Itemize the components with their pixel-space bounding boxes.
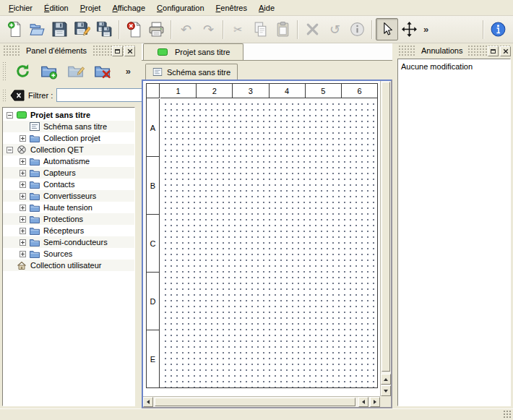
workspace-area: Projet sans titre Schéma sans titre 1 2 … — [137, 43, 395, 408]
undo-panel-float-button[interactable] — [488, 46, 499, 56]
cut-button[interactable]: ✂ — [227, 18, 249, 40]
copy-button[interactable] — [249, 18, 272, 40]
undo-panel-header[interactable]: Annulations — [397, 46, 511, 56]
move-tool-button[interactable] — [398, 18, 421, 40]
delete-element-button[interactable] — [92, 60, 113, 82]
horizontal-scrollbar-thumb[interactable] — [155, 398, 355, 406]
print-button[interactable] — [145, 18, 168, 40]
save-all-button[interactable] — [93, 18, 116, 40]
info-button[interactable] — [346, 18, 368, 40]
scroll-left-button[interactable] — [358, 397, 368, 407]
new-document-button[interactable] — [4, 18, 26, 40]
scroll-down-button[interactable] — [381, 385, 391, 396]
select-tool-button[interactable] — [376, 18, 398, 40]
menu-aide[interactable]: Aide — [253, 1, 280, 14]
tree-item-projet-sans-titre[interactable]: Projet sans titre — [3, 109, 134, 121]
undo-button[interactable]: ↶ — [175, 18, 197, 40]
toolbar-drag-handle[interactable] — [2, 61, 6, 80]
diagram-canvas[interactable]: 1 2 3 4 5 6 A B C D E — [143, 81, 380, 396]
folder-icon — [30, 238, 40, 247]
delete-button[interactable] — [301, 18, 324, 40]
expand-expander-icon[interactable] — [20, 251, 26, 257]
expand-expander-icon[interactable] — [20, 158, 26, 165]
expand-expander-icon[interactable] — [20, 216, 26, 223]
tree-item-contacts[interactable]: Contacts — [3, 179, 134, 190]
undo-list-item[interactable]: Aucune modification — [398, 60, 510, 72]
clear-filter-button[interactable] — [10, 90, 25, 101]
tree-spacer — [20, 124, 26, 130]
redo-button[interactable]: ↷ — [197, 18, 220, 40]
arrow-left-icon — [362, 400, 365, 404]
vertical-scrollbar[interactable] — [380, 81, 391, 396]
project-icon — [17, 111, 27, 119]
menu-projet[interactable]: Projet — [74, 1, 107, 14]
expand-expander-icon[interactable] — [20, 228, 26, 234]
menu-fenetres[interactable]: Fenêtres — [210, 1, 253, 14]
scroll-left-button[interactable] — [143, 397, 153, 407]
close-file-button[interactable] — [123, 18, 145, 40]
folder-icon — [30, 134, 40, 142]
clear-filter-icon — [10, 90, 25, 101]
expand-expander-icon[interactable] — [20, 170, 26, 176]
tree-item-haute-tension[interactable]: Haute tension — [3, 202, 134, 213]
tree-item-collection-projet[interactable]: Collection projet — [3, 132, 134, 144]
tree-item-capteurs[interactable]: Capteurs — [3, 167, 134, 179]
undo-panel-close-button[interactable] — [500, 46, 511, 56]
menu-configuration[interactable]: Configuration — [151, 1, 210, 14]
save-as-button[interactable] — [71, 18, 93, 40]
elements-tree: Projet sans titre Schéma sans titre Coll… — [2, 107, 135, 406]
expand-expander-icon[interactable] — [20, 239, 26, 246]
expand-expander-icon[interactable] — [20, 193, 26, 200]
paste-button[interactable] — [272, 18, 294, 40]
panel-toolbar-overflow-button[interactable]: » — [123, 64, 134, 78]
about-button[interactable] — [487, 18, 509, 40]
column-header: 4 — [269, 84, 305, 98]
new-element-button[interactable] — [38, 60, 60, 82]
tree-item-sources[interactable]: Sources — [3, 248, 134, 260]
menu-fichier[interactable]: Fichier — [3, 1, 38, 14]
toolbar-overflow-button[interactable]: » — [421, 22, 431, 36]
arrow-right-icon — [374, 400, 376, 404]
new-element-icon — [41, 63, 58, 80]
tree-item-semi-conducteurs[interactable]: Semi-conducteurs — [3, 236, 134, 248]
scroll-up-button[interactable] — [381, 374, 391, 385]
menu-affichage[interactable]: Affichage — [106, 1, 151, 14]
horizontal-scrollbar[interactable] — [143, 396, 380, 407]
undo-item-label: Aucune modification — [401, 62, 473, 71]
tree-item-recepteurs[interactable]: Récepteurs — [3, 225, 134, 236]
tree-item-collection-utilisateur[interactable]: Collection utilisateur — [3, 260, 134, 271]
toolbar-drag-handle[interactable] — [2, 89, 6, 102]
expand-expander-icon[interactable] — [20, 135, 26, 142]
diagram-grid[interactable] — [160, 99, 377, 387]
reload-collections-button[interactable] — [12, 60, 33, 82]
tree-item-convertisseurs[interactable]: Convertisseurs — [3, 190, 134, 202]
rotate-button[interactable]: ↺ — [324, 18, 346, 40]
elements-panel-float-button[interactable] — [112, 46, 123, 56]
diagram-tab-label: Schéma sans titre — [167, 68, 230, 77]
collapse-expander-icon[interactable] — [7, 147, 13, 153]
tree-item-schema-sans-titre[interactable]: Schéma sans titre — [3, 121, 134, 132]
tab-projet-sans-titre[interactable]: Projet sans titre — [143, 43, 243, 60]
save-button[interactable] — [48, 18, 71, 40]
save-as-icon — [74, 21, 90, 38]
elements-panel-header[interactable]: Panel d'éléments — [2, 46, 135, 56]
tree-item-collection-qet[interactable]: Collection QET — [3, 144, 134, 155]
diagram-sheet: 1 2 3 4 5 6 A B C D E — [146, 83, 378, 388]
column-header: 6 — [341, 84, 377, 98]
menu-edition[interactable]: Édition — [38, 1, 74, 14]
collapse-expander-icon[interactable] — [7, 112, 13, 119]
expand-expander-icon[interactable] — [20, 181, 26, 188]
tree-item-protections[interactable]: Protections — [3, 213, 134, 225]
diagram-corner-cell — [147, 84, 160, 98]
open-document-button[interactable] — [26, 18, 48, 40]
vertical-scrollbar-thumb[interactable] — [381, 82, 390, 372]
expand-expander-icon[interactable] — [20, 205, 26, 211]
scroll-right-button[interactable] — [370, 397, 380, 407]
tree-item-automatisme[interactable]: Automatisme — [3, 155, 134, 167]
tab-schema-sans-titre[interactable]: Schéma sans titre — [145, 64, 238, 80]
elements-panel-close-button[interactable] — [124, 46, 135, 56]
copy-icon — [252, 21, 269, 38]
delete-element-icon — [95, 63, 111, 80]
resize-grip[interactable] — [503, 410, 512, 419]
edit-element-button[interactable] — [65, 60, 87, 82]
